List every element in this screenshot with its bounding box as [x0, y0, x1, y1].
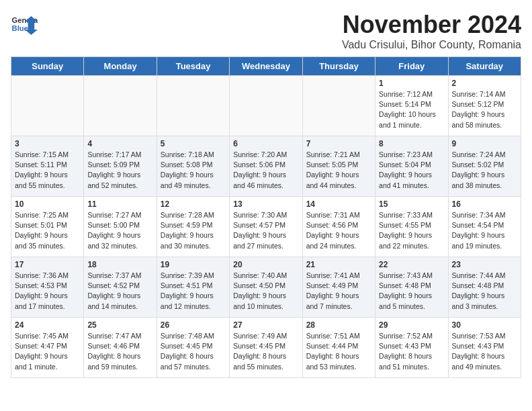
calendar-cell: 2Sunrise: 7:14 AM Sunset: 5:12 PM Daylig… [448, 76, 521, 136]
cell-info: Sunrise: 7:34 AM Sunset: 4:54 PM Dayligh… [452, 210, 517, 251]
calendar-cell: 1Sunrise: 7:12 AM Sunset: 5:14 PM Daylig… [375, 76, 448, 136]
day-number: 1 [379, 79, 444, 88]
day-number: 11 [87, 199, 152, 209]
svg-text:Blue: Blue [12, 24, 28, 32]
calendar-cell: 15Sunrise: 7:33 AM Sunset: 4:55 PM Dayli… [375, 197, 448, 257]
month-title: November 2024 [342, 11, 521, 39]
cell-info: Sunrise: 7:27 AM Sunset: 5:00 PM Dayligh… [87, 210, 152, 251]
calendar-cell: 28Sunrise: 7:51 AM Sunset: 4:44 PM Dayli… [302, 318, 375, 378]
calendar-cell: 6Sunrise: 7:20 AM Sunset: 5:06 PM Daylig… [230, 136, 302, 197]
calendar-cell: 27Sunrise: 7:49 AM Sunset: 4:45 PM Dayli… [230, 318, 302, 378]
calendar-cell: 26Sunrise: 7:48 AM Sunset: 4:45 PM Dayli… [157, 318, 229, 378]
calendar-cell: 7Sunrise: 7:21 AM Sunset: 5:05 PM Daylig… [302, 136, 375, 197]
day-number: 9 [452, 139, 517, 148]
cell-info: Sunrise: 7:49 AM Sunset: 4:45 PM Dayligh… [233, 331, 298, 372]
cell-info: Sunrise: 7:44 AM Sunset: 4:48 PM Dayligh… [452, 271, 517, 312]
calendar-cell: 29Sunrise: 7:52 AM Sunset: 4:43 PM Dayli… [375, 318, 448, 378]
cell-info: Sunrise: 7:20 AM Sunset: 5:06 PM Dayligh… [233, 150, 298, 191]
cell-info: Sunrise: 7:52 AM Sunset: 4:43 PM Dayligh… [379, 331, 444, 372]
calendar-cell: 23Sunrise: 7:44 AM Sunset: 4:48 PM Dayli… [448, 257, 521, 318]
cell-info: Sunrise: 7:24 AM Sunset: 5:02 PM Dayligh… [452, 150, 517, 191]
cell-info: Sunrise: 7:33 AM Sunset: 4:55 PM Dayligh… [379, 210, 444, 251]
calendar-cell [157, 76, 229, 136]
cell-info: Sunrise: 7:15 AM Sunset: 5:11 PM Dayligh… [15, 150, 80, 191]
day-number: 5 [161, 139, 226, 148]
calendar-cell [230, 76, 302, 136]
cell-info: Sunrise: 7:31 AM Sunset: 4:56 PM Dayligh… [306, 210, 371, 251]
calendar-cell: 25Sunrise: 7:47 AM Sunset: 4:46 PM Dayli… [84, 318, 157, 378]
calendar-cell: 21Sunrise: 7:41 AM Sunset: 4:49 PM Dayli… [302, 257, 375, 318]
cell-info: Sunrise: 7:21 AM Sunset: 5:05 PM Dayligh… [306, 150, 371, 191]
day-number: 7 [306, 139, 371, 148]
cell-info: Sunrise: 7:30 AM Sunset: 4:57 PM Dayligh… [233, 210, 298, 251]
cell-info: Sunrise: 7:23 AM Sunset: 5:04 PM Dayligh… [379, 150, 444, 191]
day-header-friday: Friday [375, 57, 448, 76]
day-header-tuesday: Tuesday [157, 57, 229, 76]
calendar-cell: 9Sunrise: 7:24 AM Sunset: 5:02 PM Daylig… [448, 136, 521, 197]
day-number: 23 [452, 260, 517, 269]
day-number: 10 [15, 199, 80, 209]
day-number: 25 [87, 320, 152, 330]
day-header-thursday: Thursday [302, 57, 375, 76]
cell-info: Sunrise: 7:14 AM Sunset: 5:12 PM Dayligh… [452, 89, 517, 130]
calendar-cell: 18Sunrise: 7:37 AM Sunset: 4:52 PM Dayli… [84, 257, 157, 318]
location-title: Vadu Crisului, Bihor County, Romania [342, 39, 521, 51]
calendar-cell: 10Sunrise: 7:25 AM Sunset: 5:01 PM Dayli… [11, 197, 84, 257]
day-number: 13 [233, 199, 298, 209]
cell-info: Sunrise: 7:17 AM Sunset: 5:09 PM Dayligh… [87, 150, 152, 191]
day-number: 2 [452, 79, 517, 88]
logo-icon: General Blue [11, 11, 38, 38]
cell-info: Sunrise: 7:18 AM Sunset: 5:08 PM Dayligh… [161, 150, 226, 191]
day-number: 30 [452, 320, 517, 330]
calendar-table: SundayMondayTuesdayWednesdayThursdayFrid… [11, 56, 521, 378]
calendar-cell: 8Sunrise: 7:23 AM Sunset: 5:04 PM Daylig… [375, 136, 448, 197]
calendar-cell: 16Sunrise: 7:34 AM Sunset: 4:54 PM Dayli… [448, 197, 521, 257]
calendar-cell: 4Sunrise: 7:17 AM Sunset: 5:09 PM Daylig… [84, 136, 157, 197]
day-number: 21 [306, 260, 371, 269]
day-number: 20 [233, 260, 298, 269]
day-header-monday: Monday [84, 57, 157, 76]
day-number: 27 [233, 320, 298, 330]
calendar-cell [84, 76, 157, 136]
calendar-cell: 20Sunrise: 7:40 AM Sunset: 4:50 PM Dayli… [230, 257, 302, 318]
day-number: 6 [233, 139, 298, 148]
title-block: November 2024 Vadu Crisului, Bihor Count… [342, 11, 521, 51]
calendar-cell: 12Sunrise: 7:28 AM Sunset: 4:59 PM Dayli… [157, 197, 229, 257]
calendar-cell: 30Sunrise: 7:53 AM Sunset: 4:43 PM Dayli… [448, 318, 521, 378]
calendar-cell: 5Sunrise: 7:18 AM Sunset: 5:08 PM Daylig… [157, 136, 229, 197]
logo: General Blue [11, 11, 38, 38]
cell-info: Sunrise: 7:41 AM Sunset: 4:49 PM Dayligh… [306, 271, 371, 312]
day-number: 29 [379, 320, 444, 330]
cell-info: Sunrise: 7:53 AM Sunset: 4:43 PM Dayligh… [452, 331, 517, 372]
day-number: 3 [15, 139, 80, 148]
cell-info: Sunrise: 7:43 AM Sunset: 4:48 PM Dayligh… [379, 271, 444, 312]
day-number: 24 [15, 320, 80, 330]
cell-info: Sunrise: 7:28 AM Sunset: 4:59 PM Dayligh… [161, 210, 226, 251]
cell-info: Sunrise: 7:12 AM Sunset: 5:14 PM Dayligh… [379, 89, 444, 130]
day-number: 8 [379, 139, 444, 148]
day-number: 4 [87, 139, 152, 148]
calendar-cell: 19Sunrise: 7:39 AM Sunset: 4:51 PM Dayli… [157, 257, 229, 318]
cell-info: Sunrise: 7:47 AM Sunset: 4:46 PM Dayligh… [87, 331, 152, 372]
cell-info: Sunrise: 7:45 AM Sunset: 4:47 PM Dayligh… [15, 331, 80, 372]
calendar-cell: 11Sunrise: 7:27 AM Sunset: 5:00 PM Dayli… [84, 197, 157, 257]
cell-info: Sunrise: 7:48 AM Sunset: 4:45 PM Dayligh… [161, 331, 226, 372]
calendar-cell: 13Sunrise: 7:30 AM Sunset: 4:57 PM Dayli… [230, 197, 302, 257]
day-number: 17 [15, 260, 80, 269]
calendar-cell: 3Sunrise: 7:15 AM Sunset: 5:11 PM Daylig… [11, 136, 84, 197]
calendar-cell: 22Sunrise: 7:43 AM Sunset: 4:48 PM Dayli… [375, 257, 448, 318]
day-number: 18 [87, 260, 152, 269]
cell-info: Sunrise: 7:40 AM Sunset: 4:50 PM Dayligh… [233, 271, 298, 312]
day-header-wednesday: Wednesday [230, 57, 302, 76]
day-number: 16 [452, 199, 517, 209]
calendar-cell: 14Sunrise: 7:31 AM Sunset: 4:56 PM Dayli… [302, 197, 375, 257]
day-number: 19 [161, 260, 226, 269]
day-number: 22 [379, 260, 444, 269]
calendar-cell [11, 76, 84, 136]
cell-info: Sunrise: 7:51 AM Sunset: 4:44 PM Dayligh… [306, 331, 371, 372]
day-number: 26 [161, 320, 226, 330]
cell-info: Sunrise: 7:36 AM Sunset: 4:53 PM Dayligh… [15, 271, 80, 312]
cell-info: Sunrise: 7:37 AM Sunset: 4:52 PM Dayligh… [87, 271, 152, 312]
day-number: 12 [161, 199, 226, 209]
cell-info: Sunrise: 7:25 AM Sunset: 5:01 PM Dayligh… [15, 210, 80, 251]
